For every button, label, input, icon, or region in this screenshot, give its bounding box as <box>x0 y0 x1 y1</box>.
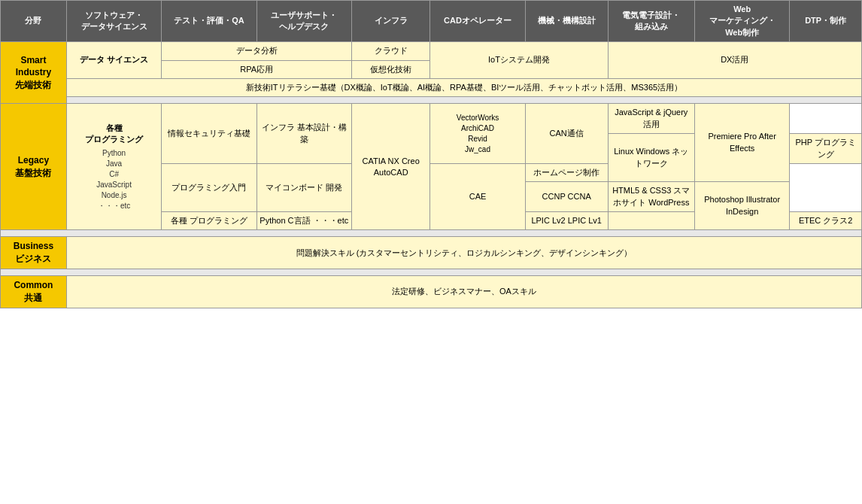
col-category: 分野 <box>1 1 67 42</box>
php-cell: PHP プログラミング <box>790 134 862 164</box>
empty-web-cell <box>608 212 694 230</box>
business-row: Business ビジネス 問題解決スキル (カスタマーセントリシティ、ロジカル… <box>1 237 862 269</box>
legacy-row1: Legacy 基盤技術 各種 プログラミング Python Java C# Ja… <box>1 104 862 134</box>
ccnp-cell: CCNP CCNA <box>525 182 608 212</box>
col-software: ソフトウェア・ データサイエンス <box>66 1 161 42</box>
header-row: 分野 ソフトウェア・ データサイエンス テスト・評価・QA ユーザサポート・ ヘ… <box>1 1 862 42</box>
microcon-cell: マイコンボード 開発 <box>256 163 351 211</box>
catia-cell: CATIA NX Creo AutoCAD <box>351 104 429 230</box>
col-test: テスト・評価・QA <box>162 1 256 42</box>
main-grid: 分野 ソフトウェア・ データサイエンス テスト・評価・QA ユーザサポート・ ヘ… <box>0 0 862 308</box>
common-row: Common 共通 法定研修、ビジネスマナー、OAスキル <box>1 276 862 308</box>
cae-cell: CAE <box>430 163 525 230</box>
photoshop-cell: Photoshop Illustrator InDesign <box>694 182 789 230</box>
common-content: 法定研修、ビジネスマナー、OAスキル <box>66 276 861 308</box>
lpic-cell: LPIC Lv2 LPIC Lv1 <box>525 212 608 230</box>
cloud-cell: クラウド <box>351 42 429 60</box>
infra-cell: インフラ 基本設計・構築 <box>256 104 351 164</box>
business-content: 問題解決スキル (カスタマーセントリシティ、ロジカルシンキング、デザインシンキン… <box>66 237 861 269</box>
col-cad: CADオペレーター <box>430 1 525 42</box>
col-infra: インフラ <box>351 1 429 42</box>
col-elec: 電気電子設計・ 組み込み <box>608 1 694 42</box>
programming-label: 各種 プログラミング <box>69 123 159 146</box>
python-c-cell: Python C言語 ・・・etc <box>256 212 351 230</box>
dx-cell: DX活用 <box>608 42 861 79</box>
python-etc-label: Python Java C# JavaScript Node.js ・・・etc <box>69 148 159 211</box>
can-cell: CAN通信 <box>525 104 608 164</box>
smart-row1: Smart Industry 先端技術 データ サイエンス データ分析 クラウド… <box>1 42 862 60</box>
data-science-cell: データ サイエンス <box>66 42 161 79</box>
js-cell: JavaScript & jQuery 活用 <box>608 104 694 134</box>
common-category: Common 共通 <box>1 276 67 308</box>
various-prog-cell: 各種 プログラミング <box>162 212 256 230</box>
premiere-cell: Premiere Pro After Effects <box>694 104 789 182</box>
html5-cell: HTML5 & CSS3 スマホサイト WordPress <box>608 182 694 212</box>
etec-cell: ETEC クラス2 <box>790 212 862 230</box>
spacer-row3 <box>1 269 862 276</box>
smart-note-row: 新技術ITリテラシー基礎（DX概論、IoT概論、AI概論、RPA基礎、BIツール… <box>1 78 862 96</box>
vectorworks-label: VectorWorks ArchiCAD Revid Jw_cad <box>433 113 522 155</box>
iot-cell: IoTシステム開発 <box>430 42 608 79</box>
virtualization-cell: 仮想化技術 <box>351 60 429 78</box>
smart-category: Smart Industry 先端技術 <box>1 42 67 104</box>
spacer-row2 <box>1 230 862 237</box>
prog-intro-cell: プログラミング入門 <box>162 163 256 211</box>
col-mech: 機械・機構設計 <box>525 1 608 42</box>
rpa-cell: RPA応用 <box>162 60 352 78</box>
spacer-row <box>1 97 862 104</box>
legacy-category: Legacy 基盤技術 <box>1 104 67 230</box>
programming-cell: 各種 プログラミング Python Java C# JavaScript Nod… <box>66 104 161 230</box>
data-analysis-cell: データ分析 <box>162 42 352 60</box>
business-category: Business ビジネス <box>1 237 67 269</box>
smart-note: 新技術ITリテラシー基礎（DX概論、IoT概論、AI概論、RPA基礎、BIツール… <box>66 78 861 96</box>
security-cell: 情報セキュリティ基礎 <box>162 104 256 164</box>
homepage-cell: ホームページ制作 <box>525 163 608 181</box>
col-dtp: DTP・制作 <box>790 1 862 42</box>
linux-cell: Linux Windows ネットワーク <box>608 134 694 182</box>
col-support: ユーザサポート・ ヘルプデスク <box>256 1 351 42</box>
cad-mech-cell: VectorWorks ArchiCAD Revid Jw_cad <box>430 104 525 164</box>
col-web: Web マーケティング・ Web制作 <box>694 1 789 42</box>
